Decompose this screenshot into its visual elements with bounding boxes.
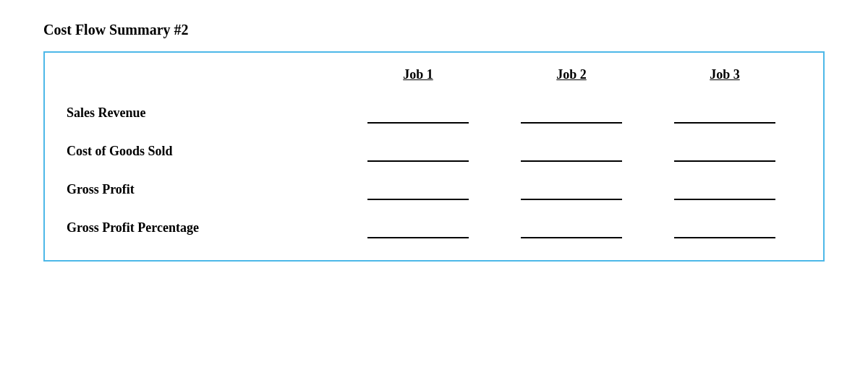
table-inner: Job 1 Job 2 Job 3 Sales Revenue Cost — [67, 67, 801, 238]
cogs-job1-cell — [341, 144, 495, 162]
page-title: Cost Flow Summary #2 — [43, 22, 189, 38]
gross-profit-row: Gross Profit — [67, 182, 801, 200]
sales-revenue-label: Sales Revenue — [67, 105, 341, 124]
sales-revenue-row: Sales Revenue — [67, 105, 801, 124]
gross-profit-job2-cell — [495, 183, 648, 200]
sales-revenue-job2-input[interactable] — [521, 106, 622, 124]
gross-profit-job1-input[interactable] — [367, 183, 469, 200]
gpp-job2-cell — [495, 221, 648, 238]
sales-revenue-job2-cell — [495, 106, 648, 124]
header-row: Job 1 Job 2 Job 3 — [67, 67, 801, 85]
cost-of-goods-sold-label: Cost of Goods Sold — [67, 144, 341, 162]
cogs-job2-cell — [495, 144, 648, 162]
cogs-job3-cell — [648, 144, 801, 162]
sales-revenue-job3-cell — [648, 106, 801, 124]
job2-header: Job 2 — [495, 67, 648, 82]
gross-profit-label: Gross Profit — [67, 182, 341, 200]
cogs-job3-input[interactable] — [674, 144, 775, 162]
sales-revenue-job3-input[interactable] — [674, 106, 775, 124]
job3-header: Job 3 — [648, 67, 801, 82]
gpp-job3-input[interactable] — [674, 221, 775, 238]
cogs-job2-input[interactable] — [521, 144, 622, 162]
gross-profit-percentage-label: Gross Profit Percentage — [67, 220, 341, 238]
gpp-job1-input[interactable] — [367, 221, 469, 238]
cogs-job1-input[interactable] — [367, 144, 469, 162]
gpp-job1-cell — [341, 221, 495, 238]
gross-profit-job3-cell — [648, 183, 801, 200]
job1-header: Job 1 — [341, 67, 495, 82]
gross-profit-percentage-row: Gross Profit Percentage — [67, 220, 801, 238]
gross-profit-job2-input[interactable] — [521, 183, 622, 200]
gpp-job2-input[interactable] — [521, 221, 622, 238]
gross-profit-job3-input[interactable] — [674, 183, 775, 200]
cost-of-goods-sold-row: Cost of Goods Sold — [67, 144, 801, 162]
gross-profit-job1-cell — [341, 183, 495, 200]
sales-revenue-job1-input[interactable] — [367, 106, 469, 124]
sales-revenue-job1-cell — [341, 106, 495, 124]
table-container: Job 1 Job 2 Job 3 Sales Revenue Cost — [43, 51, 825, 262]
gpp-job3-cell — [648, 221, 801, 238]
